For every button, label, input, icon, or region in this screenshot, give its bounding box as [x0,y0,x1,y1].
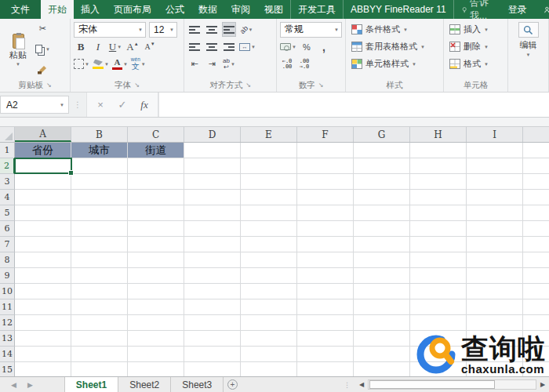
row-header-3[interactable]: 3 [0,174,15,190]
italic-button[interactable]: I [91,39,105,54]
cell-A14[interactable] [15,347,71,362]
font-name-combo[interactable]: 宋体▼ [74,22,146,38]
column-header-G[interactable]: G [354,127,410,142]
formula-input[interactable] [158,93,549,117]
insert-cells-button[interactable]: 插入▼ [449,21,504,38]
cell-B2[interactable] [71,158,128,174]
cell-C7[interactable] [128,237,184,252]
cell-D13[interactable] [184,331,241,347]
cell-A7[interactable] [15,237,71,252]
cell-I9[interactable] [467,268,523,284]
cell-E11[interactable] [241,299,297,315]
cell-G5[interactable] [354,205,410,221]
cell-H8[interactable] [410,252,467,268]
share-button[interactable]: 共享 [536,0,549,19]
cell-C10[interactable] [128,284,184,299]
cell-G2[interactable] [354,158,410,174]
cell-I5[interactable] [467,205,523,221]
cell-C3[interactable] [128,174,184,190]
increase-font-button[interactable]: A▲ [125,39,140,54]
decrease-font-button[interactable]: A▼ [143,39,157,54]
paste-button[interactable]: 粘贴 ▼ [3,21,33,78]
format-cells-button[interactable]: 格式▼ [449,56,504,72]
cell-G9[interactable] [354,268,410,284]
align-left-button[interactable] [187,39,202,54]
cell-partial-1[interactable] [523,143,549,158]
cell-B14[interactable] [71,347,128,362]
cell-partial-5[interactable] [523,205,549,221]
cell-D15[interactable] [184,362,241,376]
cell-E1[interactable] [241,143,297,158]
cell-A15[interactable] [15,362,71,376]
sheet-tab-Sheet2[interactable]: Sheet2 [118,377,171,392]
fill-color-button[interactable]: ▼ [93,56,109,71]
cell-G12[interactable] [354,315,410,331]
cell-D6[interactable] [184,221,241,237]
tab-视图[interactable]: 视图 [257,0,290,19]
selected-cell-outline[interactable] [14,158,72,174]
sheet-nav-prev-icon[interactable]: ◀ [11,381,16,389]
row-header-10[interactable]: 10 [0,284,15,299]
align-right-button[interactable] [222,39,236,54]
bold-button[interactable]: B [74,39,88,54]
cell-D7[interactable] [184,237,241,252]
tab-数据[interactable]: 数据 [191,0,224,19]
currency-button[interactable]: ▼ [280,39,296,54]
cell-D5[interactable] [184,205,241,221]
cell-D9[interactable] [184,268,241,284]
row-header-12[interactable]: 12 [0,315,15,331]
cell-H6[interactable] [410,221,467,237]
row-header-4[interactable]: 4 [0,190,15,205]
cell-partial-2[interactable] [523,158,549,174]
cell-D3[interactable] [184,174,241,190]
insert-function-button[interactable]: fx [134,99,155,111]
align-top-button[interactable] [187,22,202,37]
cell-G11[interactable] [354,299,410,315]
underline-button[interactable]: U▼ [108,39,122,54]
sign-in-button[interactable]: 登录 [499,0,536,19]
cell-A6[interactable] [15,221,71,237]
cell-A8[interactable] [15,252,71,268]
column-header-H[interactable]: H [410,127,467,142]
cell-G10[interactable] [354,284,410,299]
cell-I1[interactable] [467,143,523,158]
cell-I2[interactable] [467,158,523,174]
merge-center-button[interactable]: ↔▼ [239,39,256,54]
cell-C8[interactable] [128,252,184,268]
cell-H9[interactable] [410,268,467,284]
phonetic-button[interactable]: wén文▼ [131,56,146,71]
cell-H1[interactable] [410,143,467,158]
cut-button[interactable]: ✂ [35,21,50,36]
row-header-2[interactable]: 2 [0,158,15,174]
tab-ABBYY FineReader 11[interactable]: ABBYY FineReader 11 [343,0,453,19]
cell-B11[interactable] [71,299,128,315]
cell-F10[interactable] [297,284,354,299]
decrease-decimal-button[interactable]: .00→.0 [297,56,311,71]
cell-H11[interactable] [410,299,467,315]
cell-partial-9[interactable] [523,268,549,284]
tab-scrollbar-splitter[interactable]: ⋮ [337,377,357,392]
cell-H3[interactable] [410,174,467,190]
column-header-partial[interactable] [523,127,549,142]
column-header-D[interactable]: D [184,127,241,142]
align-bottom-button[interactable] [222,22,236,37]
cell-H7[interactable] [410,237,467,252]
font-size-combo[interactable]: 12▼ [149,22,177,38]
format-as-table-button[interactable]: 套用表格格式▼ [351,38,440,55]
orientation-button[interactable]: ab▼ [239,22,253,37]
cell-G1[interactable] [354,143,410,158]
tab-开始[interactable]: 开始 [41,0,74,19]
cell-F4[interactable] [297,190,354,205]
cell-B9[interactable] [71,268,128,284]
cell-partial-11[interactable] [523,299,549,315]
cell-D10[interactable] [184,284,241,299]
alignment-dialog-launcher[interactable]: ↘ [245,82,251,89]
number-dialog-launcher[interactable]: ↘ [318,82,324,89]
cell-D8[interactable] [184,252,241,268]
cell-I4[interactable] [467,190,523,205]
cell-B7[interactable] [71,237,128,252]
cell-I12[interactable] [467,315,523,331]
column-header-E[interactable]: E [241,127,297,142]
cell-D2[interactable] [184,158,241,174]
cell-F11[interactable] [297,299,354,315]
